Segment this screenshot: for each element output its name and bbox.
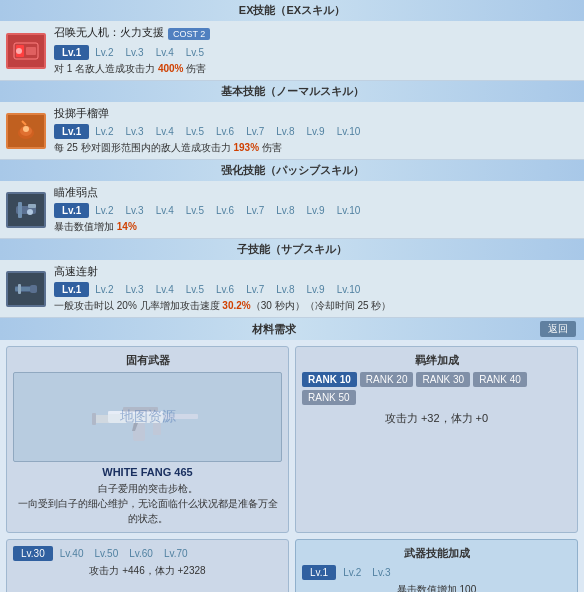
enhance-skill-section: 强化技能（パッシブスキル） 瞄准弱点 Lv.1 Lv.2 Lv.3 Lv.4 L… bbox=[0, 160, 584, 239]
svg-rect-15 bbox=[18, 284, 21, 294]
ex-lv2[interactable]: Lv.2 bbox=[89, 45, 119, 60]
sub-skill-row: 高速连射 Lv.1 Lv.2 Lv.3 Lv.4 Lv.5 Lv.6 Lv.7 … bbox=[0, 260, 584, 318]
basic-lv5[interactable]: Lv.5 bbox=[180, 124, 210, 139]
basic-lv4[interactable]: Lv.4 bbox=[150, 124, 180, 139]
weapon-skill-level-items: Lv.1 Lv.2 Lv.3 bbox=[302, 565, 571, 580]
basic-lv10[interactable]: Lv.10 bbox=[331, 124, 367, 139]
svg-point-11 bbox=[27, 209, 33, 215]
materials-body: 固有武器 bbox=[0, 340, 584, 539]
basic-lv8[interactable]: Lv.8 bbox=[270, 124, 300, 139]
sub-level-bar: Lv.1 Lv.2 Lv.3 Lv.4 Lv.5 Lv.6 Lv.7 Lv.8 … bbox=[54, 282, 578, 297]
basic-lv1[interactable]: Lv.1 bbox=[54, 124, 89, 139]
ws-lv1-button[interactable]: Lv.1 bbox=[302, 565, 336, 580]
enhance-skill-row: 瞄准弱点 Lv.1 Lv.2 Lv.3 Lv.4 Lv.5 Lv.6 Lv.7 … bbox=[0, 181, 584, 239]
ws-lv3-button[interactable]: Lv.3 bbox=[368, 565, 394, 580]
return-button[interactable]: 返回 bbox=[540, 321, 576, 337]
weapon-svg bbox=[88, 387, 208, 447]
bonus-panel: 羁绊加成 RANK 10 RANK 20 RANK 30 RANK 40 RAN… bbox=[295, 346, 578, 533]
svg-point-7 bbox=[23, 126, 29, 132]
enhance-lv1[interactable]: Lv.1 bbox=[54, 203, 89, 218]
enhance-lv2[interactable]: Lv.2 bbox=[89, 203, 119, 218]
sub-skill-name: 高速连射 bbox=[54, 265, 98, 277]
rank-20-button[interactable]: RANK 20 bbox=[360, 372, 414, 387]
ex-skill-name: 召唤无人机：火力支援 bbox=[54, 25, 164, 40]
rank-buttons: RANK 10 RANK 20 RANK 30 RANK 40 RANK 50 bbox=[302, 372, 571, 405]
ws-lv2-button[interactable]: Lv.2 bbox=[339, 565, 365, 580]
basic-level-bar: Lv.1 Lv.2 Lv.3 Lv.4 Lv.5 Lv.6 Lv.7 Lv.8 … bbox=[54, 124, 578, 139]
ex-skill-header: EX技能（EXスキル） bbox=[0, 0, 584, 21]
basic-skill-section: 基本技能（ノーマルスキル） 投掷手榴弹 Lv.1 Lv.2 Lv.3 Lv.4 … bbox=[0, 81, 584, 160]
basic-skill-row: 投掷手榴弹 Lv.1 Lv.2 Lv.3 Lv.4 Lv.5 Lv.6 Lv.7… bbox=[0, 102, 584, 160]
enhance-lv8[interactable]: Lv.8 bbox=[270, 203, 300, 218]
weapon-desc: 白子爱用的突击步枪。 一向受到白子的细心维护，无论面临什么状况都是准备万全的状态… bbox=[13, 481, 282, 526]
lv50-button[interactable]: Lv.50 bbox=[90, 546, 122, 561]
enhance-skill-content: 瞄准弱点 Lv.1 Lv.2 Lv.3 Lv.4 Lv.5 Lv.6 Lv.7 … bbox=[54, 185, 578, 234]
ex-lv1[interactable]: Lv.1 bbox=[54, 45, 89, 60]
weapon-skill-header: 武器技能加成 bbox=[302, 546, 571, 561]
svg-rect-21 bbox=[153, 423, 161, 435]
rank-30-button[interactable]: RANK 30 bbox=[416, 372, 470, 387]
lv30-button[interactable]: Lv.30 bbox=[13, 546, 53, 561]
materials-section: 材料需求 返回 固有武器 bbox=[0, 318, 584, 592]
materials-header: 材料需求 返回 bbox=[0, 318, 584, 340]
rank-10-button[interactable]: RANK 10 bbox=[302, 372, 357, 387]
enhance-lv9[interactable]: Lv.9 bbox=[300, 203, 330, 218]
ex-level-bar: Lv.1 Lv.2 Lv.3 Lv.4 Lv.5 bbox=[54, 45, 578, 60]
bottom-row: Lv.30 Lv.40 Lv.50 Lv.60 Lv.70 攻击力 +446，体… bbox=[0, 539, 584, 592]
enhance-lv5[interactable]: Lv.5 bbox=[180, 203, 210, 218]
sub-skill-desc: 一般攻击时以 20% 几率增加攻击速度 30.2%（30 秒内）（冷却时间 25… bbox=[54, 299, 578, 313]
cost-badge: COST 2 bbox=[168, 28, 210, 40]
ex-skill-content: 召唤无人机：火力支援 COST 2 Lv.1 Lv.2 Lv.3 Lv.4 Lv… bbox=[54, 25, 578, 76]
sub-lv7[interactable]: Lv.7 bbox=[240, 282, 270, 297]
sub-skill-content: 高速连射 Lv.1 Lv.2 Lv.3 Lv.4 Lv.5 Lv.6 Lv.7 … bbox=[54, 264, 578, 313]
svg-rect-19 bbox=[163, 414, 198, 419]
sub-lv8[interactable]: Lv.8 bbox=[270, 282, 300, 297]
basic-skill-header: 基本技能（ノーマルスキル） bbox=[0, 81, 584, 102]
lv60-button[interactable]: Lv.60 bbox=[125, 546, 157, 561]
sub-lv5[interactable]: Lv.5 bbox=[180, 282, 210, 297]
svg-rect-2 bbox=[26, 47, 36, 55]
basic-skill-content: 投掷手榴弹 Lv.1 Lv.2 Lv.3 Lv.4 Lv.5 Lv.6 Lv.7… bbox=[54, 106, 578, 155]
enhance-skill-icon bbox=[6, 192, 46, 228]
basic-lv6[interactable]: Lv.6 bbox=[210, 124, 240, 139]
sub-lv1[interactable]: Lv.1 bbox=[54, 282, 89, 297]
ex-skill-section: EX技能（EXスキル） 召唤无人机：火力支援 COST 2 Lv.1 Lv.2 … bbox=[0, 0, 584, 81]
enhance-skill-name: 瞄准弱点 bbox=[54, 186, 98, 198]
sub-lv6[interactable]: Lv.6 bbox=[210, 282, 240, 297]
ex-skill-desc: 对 1 名敌人造成攻击力 400% 伤害 bbox=[54, 62, 578, 76]
sub-lv4[interactable]: Lv.4 bbox=[150, 282, 180, 297]
sub-lv10[interactable]: Lv.10 bbox=[331, 282, 367, 297]
ex-lv5[interactable]: Lv.5 bbox=[180, 45, 210, 60]
basic-skill-desc: 每 25 秒对圆形范围内的敌人造成攻击力 193% 伤害 bbox=[54, 141, 578, 155]
sub-skill-header: 子技能（サブスキル） bbox=[0, 239, 584, 260]
basic-lv7[interactable]: Lv.7 bbox=[240, 124, 270, 139]
ex-lv3[interactable]: Lv.3 bbox=[119, 45, 149, 60]
weapon-name: WHITE FANG 465 bbox=[13, 466, 282, 478]
lv70-button[interactable]: Lv.70 bbox=[160, 546, 192, 561]
basic-lv9[interactable]: Lv.9 bbox=[300, 124, 330, 139]
sub-skill-icon bbox=[6, 271, 46, 307]
ex-lv4[interactable]: Lv.4 bbox=[150, 45, 180, 60]
enhance-skill-desc: 暴击数值增加 14% bbox=[54, 220, 578, 234]
rank-40-button[interactable]: RANK 40 bbox=[473, 372, 527, 387]
level-panel: Lv.30 Lv.40 Lv.50 Lv.60 Lv.70 攻击力 +446，体… bbox=[6, 539, 289, 592]
enhance-lv10[interactable]: Lv.10 bbox=[331, 203, 367, 218]
weapon-panel-title: 固有武器 bbox=[13, 353, 282, 368]
basic-lv3[interactable]: Lv.3 bbox=[119, 124, 149, 139]
enhance-lv7[interactable]: Lv.7 bbox=[240, 203, 270, 218]
rank-50-button[interactable]: RANK 50 bbox=[302, 390, 356, 405]
weapon-image-area: 地图资源 bbox=[13, 372, 282, 462]
sub-lv2[interactable]: Lv.2 bbox=[89, 282, 119, 297]
enhance-lv3[interactable]: Lv.3 bbox=[119, 203, 149, 218]
sub-lv3[interactable]: Lv.3 bbox=[119, 282, 149, 297]
enhance-lv4[interactable]: Lv.4 bbox=[150, 203, 180, 218]
enhance-lv6[interactable]: Lv.6 bbox=[210, 203, 240, 218]
basic-lv2[interactable]: Lv.2 bbox=[89, 124, 119, 139]
basic-skill-icon bbox=[6, 113, 46, 149]
sub-lv9[interactable]: Lv.9 bbox=[300, 282, 330, 297]
svg-rect-14 bbox=[30, 285, 37, 293]
svg-rect-23 bbox=[108, 411, 163, 414]
svg-line-6 bbox=[22, 121, 26, 125]
lv40-button[interactable]: Lv.40 bbox=[56, 546, 88, 561]
bonus-panel-title: 羁绊加成 bbox=[302, 353, 571, 368]
